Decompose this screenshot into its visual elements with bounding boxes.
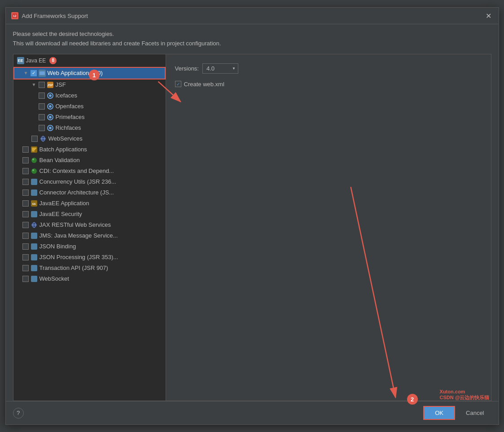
javaee-security-icon <box>31 211 38 218</box>
jax-icon <box>31 221 38 229</box>
item-websocket[interactable]: WebSocket <box>13 273 166 284</box>
help-button[interactable]: ? <box>13 408 24 419</box>
checkbox-connector[interactable] <box>22 190 29 196</box>
checkbox-javaee-security[interactable] <box>22 211 29 217</box>
svg-rect-25 <box>31 179 37 185</box>
item-jax-label: JAX RESTful Web Services <box>39 221 111 228</box>
svg-text:IJ: IJ <box>13 14 16 18</box>
transaction-icon <box>31 264 38 272</box>
jms-icon <box>31 232 38 239</box>
version-select[interactable]: 4.0 3.1 3.0 5.0 <box>202 63 238 74</box>
dialog-body: Please select the desired technologies. … <box>6 24 499 401</box>
svg-text:EE: EE <box>32 203 35 205</box>
close-button[interactable]: ✕ <box>484 11 493 20</box>
svg-rect-18 <box>32 148 36 149</box>
json-binding-icon <box>31 243 38 250</box>
item-connector-label: Connector Architecture (JS... <box>39 189 114 196</box>
ok-button[interactable]: OK <box>423 406 455 420</box>
svg-point-21 <box>31 158 37 163</box>
checkbox-javaee-app[interactable] <box>22 200 29 207</box>
item-jms-label: JMS: Java Message Service... <box>39 232 118 239</box>
item-bean-validation[interactable]: Bean Validation <box>13 155 166 166</box>
item-richfaces-label: Richfaces <box>56 124 81 131</box>
batch-icon <box>31 146 38 153</box>
item-webservices[interactable]: WebServices <box>13 133 166 144</box>
checkbox-jms[interactable] <box>22 233 29 239</box>
item-json-binding-label: JSON Binding <box>39 243 76 250</box>
section-javaee-label: Java EE <box>26 57 46 64</box>
item-json-processing[interactable]: JSON Processing (JSR 353)... <box>13 252 166 263</box>
svg-rect-26 <box>31 190 37 196</box>
primefaces-icon <box>47 114 54 121</box>
javaee-icon: EE <box>17 57 24 64</box>
item-connector[interactable]: Connector Architecture (JS... <box>13 187 166 198</box>
item-concurrency[interactable]: Concurrency Utils (JSR 236... <box>13 176 166 187</box>
description: Please select the desired technologies. … <box>13 30 491 48</box>
item-batch-label: Batch Applications <box>39 146 87 153</box>
title-bar: IJ Add Frameworks Support ✕ <box>6 8 499 24</box>
dialog-title: Add Frameworks Support <box>22 13 481 19</box>
bean-icon <box>31 157 38 164</box>
item-batch-applications[interactable]: Batch Applications <box>13 144 166 155</box>
checkbox-bean[interactable] <box>22 157 29 163</box>
checkbox-jsf[interactable] <box>39 82 45 88</box>
javaee-badge: 8 <box>49 57 57 64</box>
item-web-application[interactable]: ▼ ✓ Web Application (4.0) <box>13 67 166 79</box>
checkbox-json-binding[interactable] <box>22 243 29 250</box>
checkbox-primefaces[interactable] <box>39 114 45 120</box>
section-javaee[interactable]: EE Java EE 8 <box>13 54 166 67</box>
web-icon <box>39 70 46 77</box>
checkbox-transaction[interactable] <box>22 265 29 271</box>
item-openfaces[interactable]: Openfaces <box>13 101 166 112</box>
icefaces-icon <box>47 92 54 99</box>
checkbox-batch[interactable] <box>22 146 29 153</box>
svg-point-13 <box>49 127 52 129</box>
checkbox-openfaces[interactable] <box>39 103 45 110</box>
item-icefaces-label: Icefaces <box>56 92 77 99</box>
openfaces-icon <box>47 103 54 110</box>
item-jsf-label: JSF <box>56 81 66 88</box>
svg-rect-19 <box>32 149 35 150</box>
expand-arrow-web: ▼ <box>23 71 29 76</box>
cancel-button[interactable]: Cancel <box>459 407 491 419</box>
svg-rect-36 <box>31 265 37 271</box>
checkbox-cdi[interactable] <box>22 168 29 174</box>
create-xml-label: Create web.xml <box>184 81 224 88</box>
item-icefaces[interactable]: Icefaces <box>13 90 166 101</box>
item-jms[interactable]: JMS: Java Message Service... <box>13 230 166 241</box>
checkbox-icefaces[interactable] <box>39 93 45 99</box>
checkbox-json-processing[interactable] <box>22 254 29 260</box>
checkbox-concurrency[interactable] <box>22 179 29 185</box>
item-transaction-label: Transaction API (JSR 907) <box>39 264 108 271</box>
javaee-app-icon: EE <box>31 200 38 207</box>
item-javaee-security[interactable]: JavaEE Security <box>13 209 166 220</box>
svg-rect-35 <box>31 254 37 260</box>
item-cdi[interactable]: CDI: Contexts and Depend... <box>13 166 166 176</box>
item-concurrency-label: Concurrency Utils (JSR 236... <box>39 178 116 185</box>
item-richfaces[interactable]: Richfaces <box>13 123 166 133</box>
item-jsf[interactable]: ▼ JSF JSF <box>13 79 166 90</box>
item-primefaces[interactable]: Primefaces <box>13 112 166 123</box>
richfaces-icon <box>47 124 54 132</box>
item-transaction-api[interactable]: Transaction API (JSR 907) <box>13 263 166 273</box>
create-xml-checkbox[interactable]: ✓ <box>175 81 181 87</box>
item-javaee-app[interactable]: EE JavaEE Application <box>13 198 166 209</box>
version-select-wrapper: 4.0 3.1 3.0 5.0 <box>202 63 238 74</box>
item-jax-restful[interactable]: JAX RESTful Web Services <box>13 220 166 230</box>
checkbox-web-application[interactable]: ✓ <box>31 70 37 76</box>
right-panel: Versions: 4.0 3.1 3.0 5.0 ✓ Create web.x… <box>166 54 491 401</box>
svg-point-23 <box>31 168 37 174</box>
item-json-binding[interactable]: JSON Binding <box>13 241 166 252</box>
svg-text:JSF: JSF <box>47 84 53 87</box>
checkbox-websocket[interactable] <box>22 276 29 282</box>
checkbox-webservices[interactable] <box>31 136 38 142</box>
checkbox-richfaces[interactable] <box>39 125 45 131</box>
svg-rect-37 <box>31 276 37 282</box>
main-content: EE Java EE 8 ▼ ✓ Web Application (4.0) <box>13 54 491 401</box>
json-processing-icon <box>31 254 38 261</box>
item-cdi-label: CDI: Contexts and Depend... <box>39 168 114 174</box>
svg-rect-20 <box>32 150 35 151</box>
expand-arrow-jsf: ▼ <box>31 82 37 88</box>
create-xml-row: ✓ Create web.xml <box>175 81 482 88</box>
checkbox-jax[interactable] <box>22 222 29 228</box>
